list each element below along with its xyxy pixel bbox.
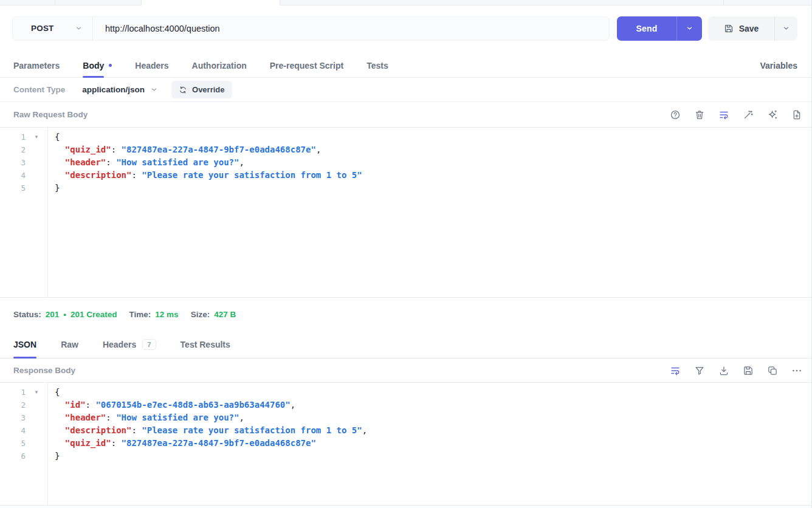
request-url-bar: POST Send Save [0, 5, 811, 53]
save-options-chevron[interactable] [774, 16, 797, 41]
code-line: 5} [0, 182, 811, 194]
line-number: 1 [0, 386, 26, 399]
code-line: 6} [0, 450, 811, 462]
code-line: 2 "quiz_id": "827487ea-227a-4847-9bf7-e0… [0, 143, 811, 156]
tab-headers[interactable]: Headers [135, 53, 168, 77]
magic-wand-icon[interactable] [743, 109, 754, 120]
fold-spacer [26, 143, 47, 156]
size-value: 427 B [214, 310, 236, 319]
tab-label: Test Results [181, 340, 230, 349]
fold-spacer [26, 156, 47, 169]
status-label: Status: [13, 310, 41, 319]
tab-label: Headers [103, 340, 136, 349]
fold-arrow-icon[interactable]: ▾ [26, 386, 47, 399]
response-body-title: Response Body [13, 366, 75, 375]
code-line: 4 "description": "Please rate your satis… [0, 169, 811, 182]
send-options-chevron[interactable] [676, 16, 702, 41]
variables-link[interactable]: Variables [760, 61, 798, 70]
tab-label: Parameters [13, 61, 60, 70]
code-text: "quiz_id": "827487ea-227a-4847-9bf7-e0ad… [55, 143, 321, 156]
tab-raw[interactable]: Raw [61, 331, 78, 358]
request-body-header: Raw Request Body [0, 102, 811, 128]
code-text: "quiz_id": "827487ea-227a-4847-9bf7-e0ad… [55, 437, 316, 450]
format-icon[interactable] [718, 109, 729, 120]
line-number: 4 [0, 169, 26, 182]
line-number: 6 [0, 450, 26, 462]
bottom-strip [0, 506, 811, 508]
line-number: 5 [0, 182, 26, 194]
tab-label: Tests [366, 61, 388, 70]
status-text: 201 Created [71, 310, 117, 319]
response-status-bar: Status: 201 • 201 Created Time: 12 ms Si… [0, 298, 811, 331]
fold-spacer [26, 411, 47, 424]
line-number: 1 [0, 131, 26, 143]
code-line: 2 "id": "0670154b-e7ec-48d8-ab63-aa9b63a… [0, 399, 811, 411]
code-text: { [55, 386, 60, 399]
code-text: "description": "Please rate your satisfa… [55, 424, 367, 437]
doc-add-icon[interactable] [791, 109, 802, 120]
url-group: POST [12, 16, 610, 41]
help-icon[interactable] [670, 109, 681, 120]
tab-test-results[interactable]: Test Results [181, 331, 230, 358]
code-line: 5 "quiz_id": "827487ea-227a-4847-9bf7-e0… [0, 437, 811, 450]
override-button[interactable]: Override [171, 81, 232, 98]
fold-arrow-icon[interactable]: ▾ [26, 131, 47, 143]
line-number: 3 [0, 411, 26, 424]
content-type-dropdown[interactable]: application/json [82, 85, 158, 94]
fold-spacer [26, 424, 47, 437]
api-client-window: POST Send Save ParametersBodyHeadersAuth… [0, 0, 812, 508]
active-tab-underline [13, 357, 36, 359]
code-line: 1▾{ [0, 131, 811, 143]
line-number: 5 [0, 437, 26, 450]
filter-icon[interactable] [694, 365, 705, 376]
tab-label: Body [83, 61, 104, 70]
request-tabs: ParametersBodyHeadersAuthorizationPre-re… [0, 53, 811, 78]
line-number: 2 [0, 399, 26, 411]
fold-spacer [26, 182, 47, 194]
code-text: "id": "0670154b-e7ec-48d8-ab63-aa9b63a44… [55, 399, 295, 411]
code-text: "description": "Please rate your satisfa… [55, 169, 362, 182]
save-button[interactable]: Save [708, 16, 797, 41]
code-line: 4 "description": "Please rate your satis… [0, 424, 811, 437]
response-body-editor[interactable]: 1▾{2 "id": "0670154b-e7ec-48d8-ab63-aa9b… [0, 383, 811, 506]
request-tab-list: ParametersBodyHeadersAuthorizationPre-re… [13, 53, 388, 77]
code-text: } [55, 450, 60, 462]
code-text: } [55, 182, 60, 194]
sparkles-icon[interactable] [767, 109, 778, 120]
code-text: "header": "How satisfied are you?", [55, 156, 244, 169]
request-body-editor[interactable]: 1▾{2 "quiz_id": "827487ea-227a-4847-9bf7… [0, 128, 811, 298]
url-input[interactable] [93, 17, 609, 40]
response-body-header: Response Body [0, 359, 811, 383]
trash-icon[interactable] [694, 109, 705, 120]
tab-label: Pre-request Script [270, 61, 343, 70]
more-icon[interactable] [791, 365, 802, 376]
tab-pre-request-script[interactable]: Pre-request Script [270, 53, 343, 77]
line-number: 4 [0, 424, 26, 437]
tab-label: Headers [135, 61, 168, 70]
content-type-value: application/json [82, 85, 145, 94]
content-type-row: Content Type application/json Override [0, 78, 811, 102]
tab-label: Authorization [192, 61, 247, 70]
tab-headers[interactable]: Headers7 [103, 331, 156, 358]
status-separator: • [63, 310, 66, 319]
send-button-label[interactable]: Send [617, 16, 676, 41]
active-window-tab[interactable] [141, 0, 280, 5]
tab-label: JSON [13, 340, 36, 349]
send-button[interactable]: Send [617, 16, 702, 41]
headers-count-badge: 7 [142, 339, 156, 350]
response-tabs: JSONRawHeaders7Test Results [0, 331, 811, 359]
method-dropdown[interactable]: POST [13, 17, 93, 40]
line-number: 2 [0, 143, 26, 156]
window-tab-strip[interactable] [0, 0, 811, 5]
save-icon[interactable] [743, 365, 754, 376]
tab-parameters[interactable]: Parameters [13, 53, 60, 77]
copy-icon[interactable] [767, 365, 778, 376]
save-button-main[interactable]: Save [708, 16, 774, 41]
format-icon[interactable] [670, 365, 681, 376]
tab-tests[interactable]: Tests [366, 53, 388, 77]
download-icon[interactable] [718, 365, 729, 376]
tab-body[interactable]: Body [83, 53, 112, 77]
code-line: 3 "header": "How satisfied are you?", [0, 156, 811, 169]
tab-authorization[interactable]: Authorization [192, 53, 247, 77]
tab-json[interactable]: JSON [13, 331, 36, 358]
